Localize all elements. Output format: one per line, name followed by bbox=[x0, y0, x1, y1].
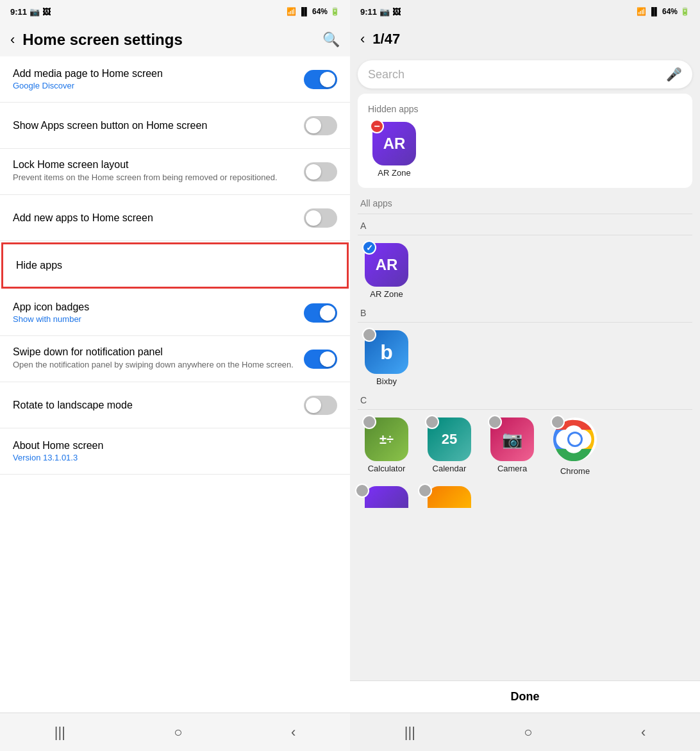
calculator-icon: ±÷ bbox=[365, 418, 408, 461]
setting-show-apps-screen[interactable]: Show Apps screen button on Home screen bbox=[0, 103, 350, 149]
setting-lock-text: Lock Home screen layout Prevent items on… bbox=[13, 159, 304, 183]
toggle-show-apps[interactable] bbox=[304, 116, 337, 135]
right-nav-recent[interactable]: ||| bbox=[389, 719, 431, 746]
left-battery: 64% bbox=[312, 7, 328, 16]
grey-badge-calendar bbox=[425, 415, 439, 429]
setting-swipe-title: Swipe down for notification panel bbox=[13, 346, 296, 358]
right-time: 9:11 bbox=[360, 7, 377, 17]
right-signal-icon: ▐▌ bbox=[649, 7, 660, 16]
alpha-b: B bbox=[358, 304, 692, 319]
app-camera[interactable]: 📷 Camera bbox=[483, 418, 541, 476]
setting-badges-title: App icon badges bbox=[13, 301, 296, 313]
left-header: ‹ Home screen settings 🔍 bbox=[0, 23, 350, 56]
setting-add-media-subtitle[interactable]: Google Discover bbox=[13, 81, 296, 90]
left-wifi-icon: 📶 bbox=[287, 7, 296, 16]
left-status-icons: 📷 🖼 bbox=[29, 7, 51, 17]
toggle-add-media-knob bbox=[320, 72, 335, 87]
setting-swipe-text: Swipe down for notification panel Open t… bbox=[13, 346, 304, 371]
setting-show-apps-title: Show Apps screen button on Home screen bbox=[13, 120, 296, 131]
setting-add-new-apps-text: Add new apps to Home screen bbox=[13, 212, 304, 224]
setting-rotate-landscape[interactable]: Rotate to landscape mode bbox=[0, 382, 350, 428]
setting-swipe-notification[interactable]: Swipe down for notification panel Open t… bbox=[0, 336, 350, 382]
hidden-ar-zone-icon: − AR bbox=[372, 122, 416, 165]
hidden-ar-zone-name: AR Zone bbox=[378, 168, 410, 178]
toggle-add-new-apps[interactable] bbox=[304, 208, 337, 228]
mic-icon[interactable]: 🎤 bbox=[666, 67, 682, 82]
toggle-swipe-notification[interactable] bbox=[304, 350, 337, 369]
right-wifi-icon: 📶 bbox=[637, 7, 646, 16]
apps-grid-b: b Bixby bbox=[358, 325, 692, 391]
left-nav-home[interactable]: ○ bbox=[158, 719, 197, 746]
left-battery-icon: 🔋 bbox=[330, 7, 340, 16]
right-panel: 9:11 📷 🖼 📶 ▐▌ 64% 🔋 ‹ 1/47 Search 🎤 Hidd… bbox=[350, 0, 700, 751]
left-nav-back[interactable]: ‹ bbox=[276, 719, 311, 746]
app-partial-purple bbox=[358, 486, 415, 508]
setting-badges-subtitle[interactable]: Show with number bbox=[13, 314, 296, 324]
setting-show-apps-text: Show Apps screen button on Home screen bbox=[13, 120, 304, 131]
chrome-icon-wrap bbox=[553, 418, 597, 464]
search-bar[interactable]: Search 🎤 bbox=[358, 60, 692, 89]
setting-about-title: About Home screen bbox=[13, 440, 329, 451]
ar-zone-icon: ✓ AR bbox=[365, 243, 408, 287]
b-divider bbox=[358, 322, 692, 323]
setting-app-icon-badges[interactable]: App icon badges Show with number bbox=[0, 290, 350, 336]
setting-badges-text: App icon badges Show with number bbox=[13, 301, 304, 324]
bixby-icon: b bbox=[365, 330, 408, 374]
app-ar-zone[interactable]: ✓ AR AR Zone bbox=[358, 243, 415, 299]
hidden-apps-label: Hidden apps bbox=[365, 99, 685, 117]
settings-list: Add media page to Home screen Google Dis… bbox=[0, 56, 350, 713]
right-nav-back[interactable]: ‹ bbox=[626, 719, 661, 746]
app-chrome[interactable]: Chrome bbox=[546, 418, 604, 476]
right-status-right: 📶 ▐▌ 64% 🔋 bbox=[637, 7, 690, 16]
left-search-icon[interactable]: 🔍 bbox=[322, 31, 340, 48]
a-divider bbox=[358, 235, 692, 235]
right-status-left: 9:11 📷 🖼 bbox=[360, 7, 401, 17]
grey-badge-partial-1 bbox=[355, 484, 369, 498]
done-button[interactable]: Done bbox=[511, 690, 540, 703]
c-divider bbox=[358, 409, 692, 410]
left-bottom-nav: ||| ○ ‹ bbox=[0, 713, 350, 751]
left-signal-icon: ▐▌ bbox=[299, 7, 310, 16]
apps-list: Hidden apps − AR AR Zone All apps A ✓ bbox=[350, 94, 700, 680]
right-nav-home[interactable]: ○ bbox=[508, 719, 547, 746]
chrome-name: Chrome bbox=[560, 466, 590, 476]
left-nav-recent[interactable]: ||| bbox=[39, 719, 81, 746]
setting-add-media-title: Add media page to Home screen bbox=[13, 68, 296, 80]
apps-grid-a: ✓ AR AR Zone bbox=[358, 238, 692, 304]
grey-badge-calc bbox=[362, 415, 376, 429]
toggle-add-new-apps-knob bbox=[306, 210, 321, 226]
right-back-button[interactable]: ‹ bbox=[360, 31, 365, 47]
setting-add-media[interactable]: Add media page to Home screen Google Dis… bbox=[0, 56, 350, 103]
setting-add-new-apps[interactable]: Add new apps to Home screen bbox=[0, 195, 350, 241]
app-bixby[interactable]: b Bixby bbox=[358, 330, 415, 386]
setting-lock-layout[interactable]: Lock Home screen layout Prevent items on… bbox=[0, 149, 350, 195]
right-header: ‹ 1/47 bbox=[350, 23, 700, 55]
app-calculator[interactable]: ±÷ Calculator bbox=[358, 418, 415, 476]
calendar-name: Calendar bbox=[433, 464, 467, 473]
left-status-right: 📶 ▐▌ 64% 🔋 bbox=[287, 7, 340, 16]
toggle-rotate-landscape[interactable] bbox=[304, 396, 337, 415]
all-apps-label: All apps bbox=[358, 193, 692, 211]
setting-hide-apps-title: Hide apps bbox=[16, 260, 326, 271]
left-back-button[interactable]: ‹ bbox=[10, 31, 15, 48]
toggle-app-badges[interactable] bbox=[304, 303, 337, 323]
right-status-icons: 📷 🖼 bbox=[379, 7, 401, 17]
right-status-bar: 9:11 📷 🖼 📶 ▐▌ 64% 🔋 bbox=[350, 0, 700, 23]
alpha-c: C bbox=[358, 391, 692, 407]
toggle-lock-layout[interactable] bbox=[304, 162, 337, 181]
partial-orange-icon bbox=[428, 486, 471, 508]
done-bar: Done bbox=[350, 680, 700, 713]
minus-badge: − bbox=[370, 119, 384, 133]
app-partial-orange bbox=[421, 486, 478, 508]
setting-lock-title: Lock Home screen layout bbox=[13, 159, 296, 171]
app-calendar[interactable]: 25 Calendar bbox=[421, 418, 478, 476]
all-apps-divider bbox=[358, 214, 692, 214]
toggle-add-media[interactable] bbox=[304, 70, 337, 89]
setting-lock-desc: Prevent items on the Home screen from be… bbox=[13, 172, 296, 183]
hidden-app-ar-zone[interactable]: − AR AR Zone bbox=[365, 122, 423, 178]
setting-about-home[interactable]: About Home screen Version 13.1.01.3 bbox=[0, 428, 350, 475]
camera-icon: 📷 bbox=[490, 418, 534, 461]
setting-hide-apps[interactable]: Hide apps bbox=[1, 242, 349, 289]
check-badge-ar: ✓ bbox=[362, 240, 376, 255]
bixby-name: Bixby bbox=[376, 376, 397, 386]
